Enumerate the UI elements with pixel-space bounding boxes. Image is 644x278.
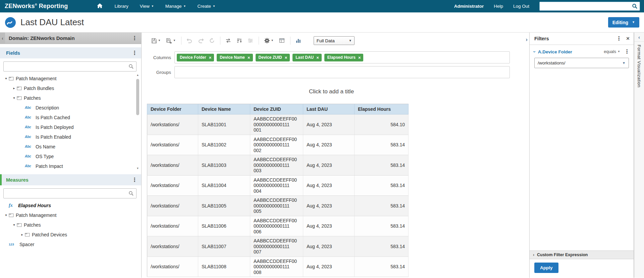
cell-name: SLAB11006 [198, 216, 250, 236]
tree-item-patch-bundles[interactable]: ▸Patch Bundles [0, 83, 135, 93]
logout-link[interactable]: Log Out [513, 4, 529, 9]
field-chip[interactable]: Device ZUID× [256, 54, 290, 61]
tree-item-os-name[interactable]: AbcOs Name [0, 142, 135, 151]
tree-item-elapsed-hours[interactable]: fxElapsed Hours [0, 200, 141, 210]
tree-item-patches[interactable]: ▾Patches [0, 220, 141, 230]
domain-menu-icon[interactable]: ⋮ [132, 36, 137, 41]
tree-item-patched-devices[interactable]: ▸Patched Devices [0, 230, 141, 239]
data-details-button[interactable] [277, 37, 286, 45]
report-title-placeholder[interactable]: Click to add a title [147, 88, 516, 95]
cell-name: SLAB11002 [198, 135, 250, 155]
editing-button[interactable]: Editing ▼ [608, 17, 639, 28]
tree-item-patches[interactable]: ▾Patches [0, 93, 135, 103]
toolbar-separator [259, 37, 259, 45]
format-panel-expand-icon[interactable]: ‹ [634, 33, 644, 42]
nav-view[interactable]: View▼ [140, 4, 154, 9]
search-icon[interactable] [632, 3, 638, 9]
header-row: Device FolderDevice NameDevice ZUIDLast … [147, 104, 409, 114]
table-row: /workstations/SLAB11007AABBCCDDEEFF00 00… [147, 236, 409, 257]
tree-item-label: OS Type [36, 154, 54, 159]
filters-close-icon[interactable]: × [626, 36, 630, 41]
tree-item-is-patch-cached[interactable]: AbcIs Patch Cached [0, 112, 135, 122]
field-chip[interactable]: Device Name× [217, 54, 253, 61]
tree-item-spacer[interactable]: 123Spacer [0, 239, 141, 249]
expand-expander-icon[interactable]: ▸ [11, 86, 17, 90]
chip-remove-icon[interactable]: × [316, 55, 319, 60]
fields-search-input[interactable] [3, 61, 137, 72]
filters-menu-icon[interactable]: ⋮ [616, 36, 622, 41]
field-chip[interactable]: Elapsed Hours× [324, 54, 364, 61]
cell-folder: /workstations/ [147, 175, 198, 196]
save-button[interactable]: ▼ [150, 37, 162, 45]
global-search-input[interactable] [542, 3, 632, 9]
measures-menu-icon[interactable]: ⋮ [132, 177, 137, 183]
cell-num: 583.14 [355, 196, 409, 216]
scroll-down-icon[interactable]: ▼ [135, 166, 140, 171]
cell-zuid: AABBCCDDEEFF00 00000000000111 008 [250, 257, 303, 277]
collapse-expander-icon[interactable]: ▾ [3, 77, 9, 80]
chip-remove-icon[interactable]: × [358, 55, 361, 60]
search-icon[interactable] [128, 191, 134, 197]
nav-library[interactable]: Library [114, 4, 128, 9]
nav-create[interactable]: Create▼ [197, 4, 215, 9]
column-header[interactable]: Last DAU [303, 104, 355, 114]
columns-drop-zone[interactable]: Device Folder×Device Name×Device ZUID×La… [174, 51, 510, 63]
save-as-button[interactable]: ▼ [164, 37, 177, 45]
column-header[interactable]: Device Name [198, 104, 250, 114]
field-chip[interactable]: Device Folder× [177, 54, 214, 61]
field-chip[interactable]: Last DAU× [292, 54, 322, 61]
chart-types-button[interactable] [294, 37, 303, 45]
settings-button[interactable]: ▼ [262, 36, 275, 45]
sort-fields-button[interactable] [235, 37, 244, 45]
collapse-expander-icon[interactable]: ▾ [11, 223, 17, 227]
switch-group-button[interactable] [224, 37, 233, 45]
chip-remove-icon[interactable]: × [248, 55, 250, 60]
home-button[interactable] [97, 3, 103, 9]
collapse-expander-icon[interactable]: ▾ [11, 96, 17, 100]
sidebar-collapse-icon[interactable]: ‹ [0, 33, 5, 44]
nav-manage[interactable]: Manage▼ [165, 4, 186, 9]
chip-remove-icon[interactable]: × [209, 55, 212, 60]
measures-search-input[interactable] [3, 188, 137, 198]
folder-icon [17, 86, 22, 90]
cell-zuid: AABBCCDDEEFF00 00000000000111 002 [250, 135, 303, 155]
fields-menu-icon[interactable]: ⋮ [132, 50, 137, 56]
filter-operator-select[interactable]: equals ▼ [604, 49, 620, 54]
custom-filter-expression-toggle[interactable]: › Custom Filter Expression [530, 250, 634, 259]
tree-item-os-type[interactable]: AbcOS Type [0, 151, 135, 161]
scrollbar-thumb[interactable] [136, 79, 139, 115]
groups-drop-zone[interactable] [174, 66, 510, 78]
filter-field-name[interactable]: A.Device Folder [538, 49, 572, 54]
tree-item-is-patch-enabled[interactable]: AbcIs Patch Enabled [0, 132, 135, 142]
input-controls-button [246, 37, 255, 45]
tree-item-patch-impact[interactable]: AbcPatch Impact [0, 161, 135, 171]
tree-item-is-patch-deployed[interactable]: AbcIs Patch Deployed [0, 122, 135, 132]
filter-expand-icon[interactable]: › [532, 51, 537, 53]
fields-scrollbar[interactable]: ▲ ▼ [135, 73, 140, 171]
tree-item-description[interactable]: AbcDescription [0, 103, 135, 112]
help-link[interactable]: Help [494, 4, 503, 9]
filter-value-select[interactable]: /workstations/ ▼ [534, 58, 629, 68]
filters-panel-collapse-icon[interactable]: › [526, 37, 528, 42]
tree-item-label: Patches [24, 222, 41, 228]
tree-item-label: Elapsed Hours [18, 203, 51, 208]
expand-expander-icon[interactable]: ▸ [19, 233, 25, 236]
tree-item-label: Patch Bundles [24, 86, 54, 91]
tree-item-patch-management[interactable]: ▾Patch Management [0, 74, 135, 83]
column-header[interactable]: Device ZUID [250, 104, 303, 114]
caret-down-icon: ▼ [158, 39, 161, 42]
report-titlebar: Last DAU Latest Editing ▼ [0, 12, 644, 33]
column-header[interactable]: Elapsed Hours [355, 104, 409, 114]
cell-name: SLAB11003 [198, 155, 250, 176]
view-mode-select[interactable]: Full Data ▼ [314, 36, 355, 45]
scroll-up-icon[interactable]: ▲ [135, 73, 140, 78]
chip-remove-icon[interactable]: × [285, 55, 287, 60]
apply-button[interactable]: Apply [534, 263, 558, 273]
filter-menu-icon[interactable]: ⋮ [624, 49, 630, 54]
format-visualization-tab[interactable]: Format Visualization [637, 45, 642, 88]
search-icon[interactable] [128, 64, 134, 71]
collapse-expander-icon[interactable]: ▾ [3, 213, 9, 217]
tree-item-patch-management[interactable]: ▾Patch Management [0, 210, 141, 220]
tree-item-label: Patches [24, 95, 41, 101]
column-header[interactable]: Device Folder [147, 104, 198, 114]
